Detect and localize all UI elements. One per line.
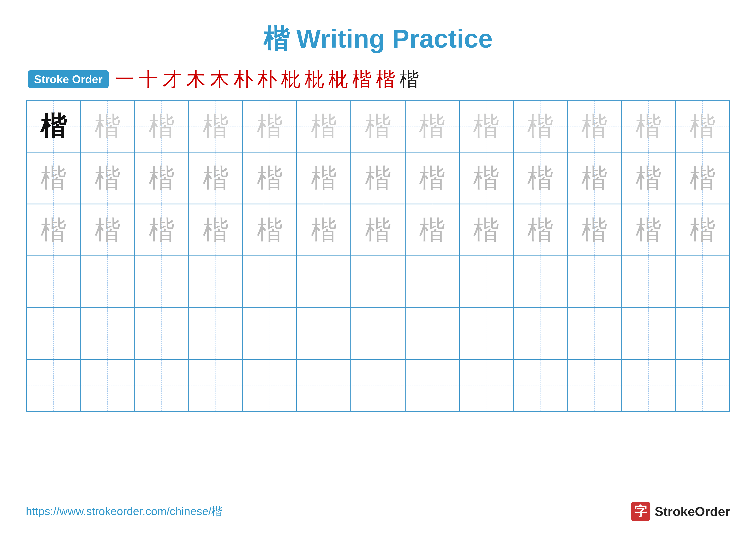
grid-char: 楷 — [311, 113, 337, 139]
grid-cell[interactable] — [297, 308, 351, 360]
stroke-char-7: 枇 — [281, 69, 300, 89]
grid-char: 楷 — [527, 113, 553, 139]
grid-cell[interactable]: 楷 — [622, 152, 676, 204]
grid-cell[interactable] — [26, 308, 80, 360]
grid-cell[interactable] — [567, 308, 622, 360]
grid-cell[interactable]: 楷 — [26, 204, 80, 256]
grid-cell[interactable]: 楷 — [80, 100, 134, 152]
grid-cell[interactable]: 楷 — [676, 204, 730, 256]
grid-char: 楷 — [581, 217, 607, 243]
grid-cell[interactable] — [243, 360, 297, 412]
grid-cell[interactable] — [80, 256, 134, 308]
grid-cell[interactable]: 楷 — [405, 152, 459, 204]
grid-cell[interactable]: 楷 — [567, 152, 622, 204]
grid-cell[interactable]: 楷 — [513, 152, 567, 204]
grid-cell[interactable] — [513, 360, 567, 412]
grid-cell[interactable]: 楷 — [243, 100, 297, 152]
grid-cell[interactable]: 楷 — [297, 152, 351, 204]
grid-cell[interactable] — [405, 256, 459, 308]
grid-cell[interactable] — [26, 256, 80, 308]
grid-cell[interactable]: 楷 — [351, 152, 405, 204]
grid-cell[interactable] — [243, 256, 297, 308]
grid-cell[interactable] — [622, 308, 676, 360]
grid-cell[interactable]: 楷 — [405, 204, 459, 256]
grid-char: 楷 — [419, 165, 445, 191]
grid-cell[interactable]: 楷 — [676, 152, 730, 204]
grid-cell[interactable] — [134, 308, 189, 360]
grid-cell[interactable]: 楷 — [459, 152, 513, 204]
grid-cell[interactable] — [459, 308, 513, 360]
grid-cell[interactable]: 楷 — [459, 100, 513, 152]
grid-cell[interactable] — [676, 256, 730, 308]
grid-cell[interactable]: 楷 — [622, 204, 676, 256]
grid-cell[interactable]: 楷 — [243, 152, 297, 204]
grid-char: 楷 — [40, 113, 67, 139]
grid-cell[interactable]: 楷 — [513, 204, 567, 256]
grid-cell[interactable] — [676, 308, 730, 360]
grid-cell[interactable]: 楷 — [459, 204, 513, 256]
grid-cell[interactable] — [513, 256, 567, 308]
grid-cell[interactable]: 楷 — [26, 100, 80, 152]
grid-cell[interactable]: 楷 — [351, 100, 405, 152]
grid-cell[interactable]: 楷 — [622, 100, 676, 152]
grid-cell[interactable] — [297, 360, 351, 412]
grid-cell[interactable] — [567, 256, 622, 308]
grid-cell[interactable] — [351, 308, 405, 360]
grid-cell[interactable]: 楷 — [676, 100, 730, 152]
grid-cell[interactable] — [189, 308, 243, 360]
grid-cell[interactable] — [351, 360, 405, 412]
grid-cell[interactable] — [80, 308, 134, 360]
grid-cell[interactable] — [405, 360, 459, 412]
stroke-chars: 一十才木木朴朴枇枇枇楷楷楷 — [115, 69, 419, 89]
grid-cell[interactable]: 楷 — [243, 204, 297, 256]
grid-cell[interactable] — [297, 256, 351, 308]
grid-cell[interactable] — [134, 256, 189, 308]
grid-cell[interactable] — [513, 308, 567, 360]
grid-char: 楷 — [581, 165, 607, 191]
grid-cell[interactable]: 楷 — [26, 152, 80, 204]
grid-cell[interactable]: 楷 — [297, 100, 351, 152]
grid-cell[interactable]: 楷 — [189, 204, 243, 256]
grid-cell[interactable] — [459, 360, 513, 412]
grid-cell[interactable] — [622, 360, 676, 412]
grid-cell[interactable]: 楷 — [351, 204, 405, 256]
grid-cell[interactable] — [622, 256, 676, 308]
grid-char: 楷 — [635, 217, 662, 243]
page: 楷 Writing Practice Stroke Order 一十才木木朴朴枇… — [0, 0, 756, 534]
grid-cell[interactable]: 楷 — [80, 204, 134, 256]
logo-icon: 字 — [631, 502, 650, 521]
grid-cell[interactable]: 楷 — [567, 204, 622, 256]
grid-cell[interactable] — [26, 360, 80, 412]
grid-cell[interactable] — [676, 360, 730, 412]
grid-cell[interactable] — [189, 256, 243, 308]
grid-cell[interactable]: 楷 — [134, 100, 189, 152]
grid-cell[interactable]: 楷 — [189, 100, 243, 152]
grid-cell[interactable] — [459, 256, 513, 308]
footer-url[interactable]: https://www.strokeorder.com/chinese/楷 — [26, 504, 223, 519]
grid-cell[interactable] — [80, 360, 134, 412]
grid-cell[interactable]: 楷 — [80, 152, 134, 204]
stroke-char-0: 一 — [115, 69, 134, 89]
grid-cell[interactable] — [351, 256, 405, 308]
grid-cell[interactable] — [243, 308, 297, 360]
grid-cell[interactable]: 楷 — [134, 204, 189, 256]
grid-cell[interactable]: 楷 — [134, 152, 189, 204]
grid-cell[interactable] — [189, 360, 243, 412]
logo-text: StrokeOrder — [655, 504, 730, 519]
stroke-order-badge: Stroke Order — [28, 70, 109, 88]
grid-char: 楷 — [365, 113, 391, 139]
grid-char: 楷 — [419, 217, 445, 243]
grid-cell[interactable]: 楷 — [513, 100, 567, 152]
grid-cell[interactable] — [134, 360, 189, 412]
grid-cell[interactable] — [567, 360, 622, 412]
grid-cell[interactable]: 楷 — [189, 152, 243, 204]
grid-cell[interactable]: 楷 — [405, 100, 459, 152]
grid-char: 楷 — [689, 217, 716, 243]
grid-cell[interactable]: 楷 — [567, 100, 622, 152]
stroke-char-11: 楷 — [376, 69, 395, 89]
grid-cell[interactable]: 楷 — [297, 204, 351, 256]
stroke-char-6: 朴 — [257, 69, 277, 89]
grid-cell[interactable] — [405, 308, 459, 360]
title-section: 楷 Writing Practice — [26, 21, 730, 57]
grid-char: 楷 — [365, 217, 391, 243]
